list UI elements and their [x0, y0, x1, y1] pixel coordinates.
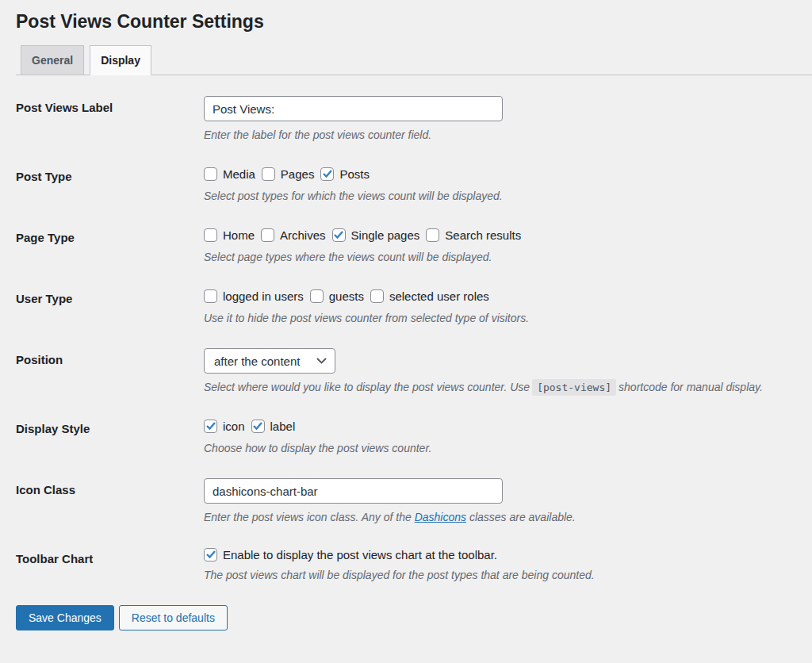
- post-type-media-checkbox[interactable]: Media: [204, 167, 255, 181]
- icon-class-input[interactable]: [204, 478, 503, 504]
- checkbox-box: [204, 420, 217, 433]
- user-type-guests-checkbox[interactable]: guests: [310, 289, 364, 303]
- display-style-icon-checkbox[interactable]: icon: [204, 420, 245, 433]
- page-type-search-results-checkbox[interactable]: Search results: [426, 228, 521, 242]
- setting-row-post-views-label: Post Views Label Enter the label for the…: [16, 96, 812, 141]
- setting-row-position: Position after the content Select where …: [16, 348, 812, 393]
- checkbox-box: [426, 228, 439, 242]
- checkbox-box: [370, 289, 384, 303]
- save-changes-button[interactable]: Save Changes: [16, 605, 114, 630]
- field-label: Position: [16, 348, 204, 393]
- position-select[interactable]: after the content: [204, 348, 335, 374]
- checkbox-box: [204, 289, 217, 303]
- settings-form: Post Views Label Enter the label for the…: [16, 75, 812, 581]
- checkmark-icon: [206, 550, 216, 558]
- field-label: Display Style: [16, 417, 204, 454]
- tab-general[interactable]: General: [21, 45, 84, 75]
- checkbox-box: [320, 167, 334, 181]
- checkmark-icon: [334, 231, 343, 239]
- user-type-selected-roles-checkbox[interactable]: selected user roles: [370, 289, 489, 303]
- field-description: Select post types for which the views co…: [204, 190, 812, 202]
- field-description: Use it to hide the post views counter fr…: [204, 312, 812, 324]
- field-description: The post views chart will be displayed f…: [204, 569, 812, 581]
- checkbox-box: [262, 167, 275, 181]
- user-type-logged-in-checkbox[interactable]: logged in users: [204, 289, 304, 303]
- setting-row-post-type: Post Type Media Pages Posts: [16, 165, 812, 202]
- checkbox-box: [332, 228, 346, 242]
- field-label: Toolbar Chart: [16, 547, 204, 581]
- field-description: Enter the label for the post views count…: [204, 128, 812, 141]
- dashicons-link[interactable]: Dashicons: [415, 511, 466, 523]
- field-description: Choose how to display the post views cou…: [204, 442, 812, 454]
- field-label: Post Views Label: [16, 96, 204, 141]
- tab-display[interactable]: Display: [90, 45, 151, 75]
- user-type-checkbox-group: logged in users guests selected user rol…: [204, 287, 812, 305]
- position-select-value: after the content: [214, 354, 300, 368]
- field-label: Page Type: [16, 226, 204, 263]
- checkmark-icon: [206, 422, 216, 430]
- checkbox-box: [204, 167, 217, 181]
- form-actions: Save Changes Reset to defaults: [16, 605, 812, 630]
- checkbox-box: [251, 420, 265, 433]
- checkbox-box: [204, 548, 217, 561]
- checkmark-icon: [323, 170, 332, 178]
- page-type-home-checkbox[interactable]: Home: [204, 228, 255, 242]
- post-type-posts-checkbox[interactable]: Posts: [320, 167, 370, 181]
- chevron-down-icon: [316, 358, 327, 364]
- field-label: User Type: [16, 287, 204, 324]
- display-style-checkbox-group: icon label: [204, 417, 812, 435]
- field-label: Icon Class: [16, 478, 204, 523]
- field-description: Enter the post views icon class. Any of …: [204, 511, 812, 523]
- page-type-checkbox-group: Home Archives Single pages Search result…: [204, 226, 812, 243]
- checkbox-box: [204, 228, 217, 242]
- settings-page: Post Views Counter Settings General Disp…: [0, 0, 812, 630]
- field-description: Select where would you like to display t…: [204, 381, 812, 393]
- tab-bar: General Display: [16, 45, 812, 75]
- setting-row-page-type: Page Type Home Archives Single pages: [16, 226, 812, 263]
- field-description: Select page types where the views count …: [204, 251, 812, 263]
- setting-row-icon-class: Icon Class Enter the post views icon cla…: [16, 478, 812, 523]
- setting-row-toolbar-chart: Toolbar Chart Enable to display the post…: [16, 547, 812, 581]
- post-views-label-input[interactable]: [204, 96, 503, 121]
- page-type-archives-checkbox[interactable]: Archives: [261, 228, 326, 242]
- post-type-checkbox-group: Media Pages Posts: [204, 165, 812, 182]
- post-views-shortcode: [post-views]: [532, 379, 616, 396]
- page-title: Post Views Counter Settings: [16, 10, 812, 33]
- checkmark-icon: [253, 422, 262, 430]
- toolbar-chart-checkbox[interactable]: Enable to display the post views chart a…: [204, 548, 497, 561]
- display-style-label-checkbox[interactable]: label: [251, 420, 296, 433]
- post-type-pages-checkbox[interactable]: Pages: [262, 167, 315, 181]
- setting-row-user-type: User Type logged in users guests selecte…: [16, 287, 812, 324]
- page-type-single-pages-checkbox[interactable]: Single pages: [332, 228, 420, 242]
- setting-row-display-style: Display Style icon label Choose how to d…: [16, 417, 812, 454]
- checkbox-box: [310, 289, 324, 303]
- reset-defaults-button[interactable]: Reset to defaults: [119, 605, 228, 630]
- field-label: Post Type: [16, 165, 204, 202]
- checkbox-box: [261, 228, 274, 242]
